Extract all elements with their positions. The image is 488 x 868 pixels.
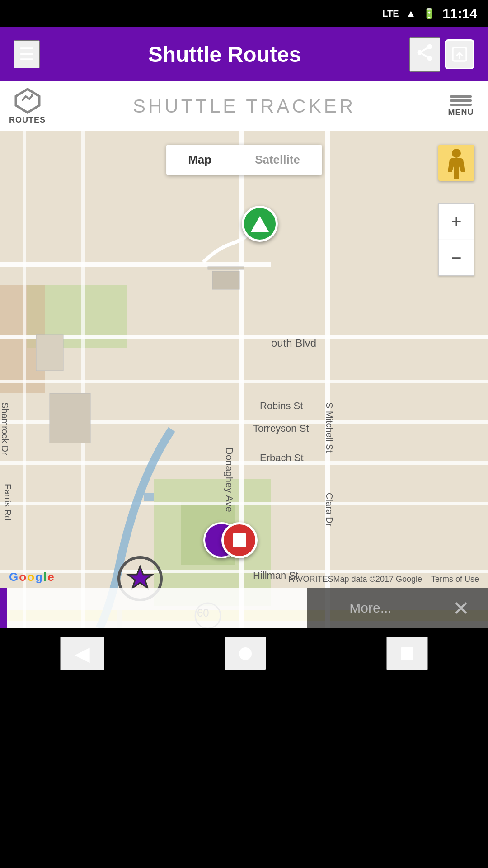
signal-bars-icon: ▲: [406, 8, 416, 19]
svg-line-3: [422, 53, 428, 57]
svg-rect-21: [0, 262, 271, 267]
svg-point-0: [427, 44, 432, 49]
menu-label: MENU: [448, 108, 474, 117]
map-area[interactable]: outh Blvd Robins St Torreyson St Erbach …: [0, 131, 488, 628]
bottom-white-area: [7, 588, 307, 628]
battery-icon: 🔋: [423, 8, 435, 19]
svg-rect-24: [23, 131, 26, 628]
routes-icon: [14, 87, 41, 114]
green-bus-circle: [242, 206, 278, 242]
nav-bar: ◀: [0, 628, 488, 678]
app-bar: ☰ Shuttle Routes: [0, 27, 488, 81]
tracker-title: SHUTTLE TRACKER: [46, 95, 443, 117]
status-time: 11:14: [442, 6, 477, 21]
streetview-button[interactable]: [438, 145, 474, 181]
svg-point-1: [418, 50, 422, 55]
home-button[interactable]: [225, 637, 266, 670]
tracker-header: ROUTES SHUTTLE TRACKER MENU: [0, 81, 488, 131]
routes-label: ROUTES: [9, 115, 46, 125]
zoom-in-button[interactable]: +: [438, 203, 474, 240]
more-button[interactable]: More...: [307, 588, 434, 628]
svg-rect-27: [50, 393, 90, 443]
home-circle-icon: [239, 647, 252, 660]
map-toggle: Map Satellite: [166, 145, 322, 175]
svg-rect-25: [81, 131, 85, 628]
zoom-controls: + −: [438, 203, 474, 276]
svg-rect-28: [36, 335, 63, 371]
svg-marker-7: [16, 89, 39, 113]
red-stop-circle: [221, 522, 258, 558]
signal-indicator: LTE: [382, 9, 399, 19]
back-button[interactable]: ◀: [60, 637, 104, 670]
recent-apps-square-icon: [401, 647, 413, 660]
stop-marker[interactable]: [203, 522, 262, 558]
status-bar: LTE ▲ 🔋 11:14: [0, 0, 488, 27]
upload-button[interactable]: [445, 39, 474, 69]
bottom-bar: More... ✕: [0, 588, 488, 628]
more-label: More...: [349, 600, 391, 616]
svg-rect-26: [144, 493, 154, 501]
menu-line-2: [450, 99, 472, 102]
stop-square-icon: [233, 533, 246, 547]
close-button[interactable]: ✕: [434, 588, 488, 628]
svg-point-33: [452, 149, 461, 158]
bus-marker-green[interactable]: [242, 206, 278, 242]
svg-marker-34: [128, 566, 152, 588]
map-button[interactable]: Map: [166, 145, 233, 175]
app-title: Shuttle Routes: [40, 42, 409, 67]
share-button[interactable]: [409, 37, 440, 72]
menu-line-1: [450, 95, 472, 98]
hamburger-menu-button[interactable]: ☰: [14, 40, 40, 68]
svg-line-4: [422, 47, 428, 51]
svg-rect-29: [208, 267, 244, 269]
purple-side-bar: [0, 588, 7, 628]
svg-rect-23: [325, 131, 330, 628]
menu-line-3: [450, 104, 472, 106]
arrow-up-icon: [251, 216, 269, 232]
svg-rect-30: [212, 271, 239, 289]
satellite-button[interactable]: Satellite: [233, 145, 322, 175]
svg-point-2: [427, 56, 432, 61]
tracker-menu-button[interactable]: MENU: [443, 95, 479, 117]
zoom-out-button[interactable]: −: [438, 240, 474, 276]
recent-apps-button[interactable]: [386, 637, 428, 670]
routes-button[interactable]: ROUTES: [9, 87, 46, 125]
